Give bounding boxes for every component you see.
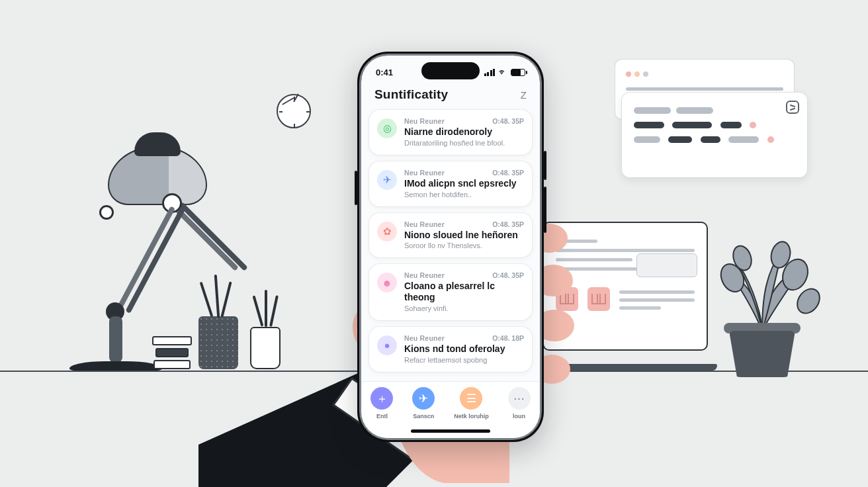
notification-label: Neu Reuner [404,220,445,228]
notification-label: Neu Reuner [404,334,445,342]
tab-bar: ＋Entl✈Sanscn☰Netk loruhip⋯loun [361,381,540,438]
tab-icon: ⋯ [508,387,531,410]
home-indicator[interactable] [411,429,490,433]
notification-card[interactable]: ●Neu ReunerO:48. 18PKions nd tond oferol… [369,327,532,372]
potted-plant [703,245,822,377]
tab-label: Sanscn [413,413,434,420]
notification-subtitle: Refacr lettaemsot spobng [404,356,524,364]
laptop [542,222,708,371]
battery-icon [511,69,525,76]
notification-icon: ◎ [377,118,397,138]
tab-icon: ☰ [460,387,482,410]
notification-time: O:48. 18P [492,334,524,342]
notification-title: Niono sloued lne heñoren [404,230,524,241]
notification-label: Neu Reuner [404,169,445,177]
pen-holder-small [250,327,281,369]
notification-time: O:48. 35P [492,220,524,228]
notification-subtitle: Soroor llo nv Thenslevs. [404,242,524,249]
tab-label: Entl [376,413,388,420]
status-time: 0:41 [376,67,393,77]
tab-item[interactable]: ☰Netk loruhip [454,387,489,420]
check-icon [786,101,799,114]
notification-card[interactable]: ◎Neu ReunerO:48. 35PNiarne dirodenorolyD… [369,110,532,155]
notification-title: Niarne dirodenoroly [404,126,524,138]
notification-title: Kions nd tond oferolay [404,343,524,355]
notification-title: Cloano a plesarrel lc theong [404,281,524,303]
notification-card[interactable]: ✿Neu ReunerO:48. 35PNiono sloued lne heñ… [369,213,532,258]
notification-time: O:48. 35P [492,169,524,177]
tab-icon: ✈ [412,387,435,410]
notification-icon: ● [377,335,397,355]
header-action[interactable]: Z [521,89,527,101]
tab-item[interactable]: ＋Entl [370,387,393,420]
wall-clock [277,94,311,128]
phone-screen: 0:41 ᯤ Suntificatity Z ◎Neu ReunerO:48. … [361,56,540,438]
notification-card[interactable]: ☻Neu ReunerO:48. 35PCloano a plesarrel l… [369,264,532,320]
dynamic-island [421,62,480,79]
notification-time: O:48. 35P [492,271,524,279]
notification-icon: ✈ [377,170,397,190]
notification-title: IMod alicpn sncl epsrecly [404,178,524,189]
notification-time: O:48. 35P [492,117,524,125]
background-window-front [622,93,807,177]
app-title: Suntificatity [374,87,448,102]
notification-subtitle: Dritaratoriling hosñed lne bfool. [404,139,524,147]
notification-label: Neu Reuner [404,117,445,125]
notification-label: Neu Reuner [404,271,445,279]
tab-item[interactable]: ⋯loun [508,387,531,420]
app-header: Suntificatity Z [361,85,540,110]
tab-item[interactable]: ✈Sanscn [412,387,435,420]
notification-subtitle: Semon her hotdifen.. [404,191,524,199]
tab-label: Netk loruhip [454,413,489,420]
book-stack [152,333,192,369]
pen-holder [198,316,238,369]
notification-icon: ☻ [377,273,397,292]
notification-icon: ✿ [377,222,397,242]
notification-subtitle: Sohaery vinfi. [404,304,524,312]
signal-icon [484,69,495,76]
tab-label: loun [513,413,525,420]
phone-frame: 0:41 ᯤ Suntificatity Z ◎Neu ReunerO:48. … [357,52,544,442]
notification-card[interactable]: ✈Neu ReunerO:48. 35PIMod alicpn sncl eps… [369,161,532,206]
tab-icon: ＋ [370,387,393,410]
wifi-icon: ᯤ [499,67,507,77]
